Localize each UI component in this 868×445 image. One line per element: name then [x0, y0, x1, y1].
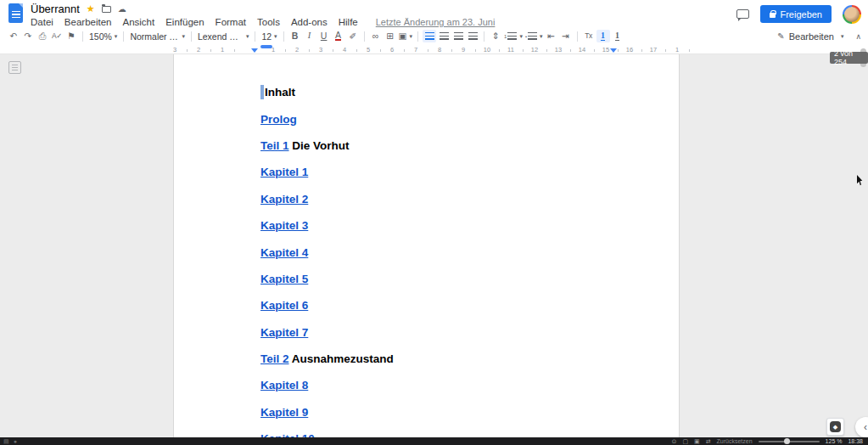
spelling-check-icon[interactable]: A✓ — [50, 30, 64, 42]
show-outline-icon[interactable] — [8, 61, 21, 74]
toc-link[interactable]: Kapitel 5 — [260, 273, 308, 285]
ruler-number: 2 — [295, 46, 299, 54]
zoom-slider-knob[interactable] — [784, 438, 790, 444]
menu-datei[interactable]: Datei — [31, 17, 53, 27]
toc-link[interactable]: Teil 1 — [260, 139, 289, 152]
document-line[interactable]: Kapitel 7 — [260, 319, 634, 346]
star-icon[interactable]: ★ — [87, 3, 95, 14]
document-line[interactable]: Kapitel 8 — [260, 372, 634, 398]
bold-icon[interactable]: B — [288, 30, 302, 42]
align-center-icon[interactable] — [437, 30, 451, 42]
menu-add-ons[interactable]: Add-ons — [291, 17, 328, 27]
toc-link[interactable]: Kapitel 6 — [260, 299, 308, 312]
document-line[interactable]: Kapitel 5 — [260, 266, 634, 292]
insert-link-icon[interactable]: ∞ — [369, 30, 383, 42]
page-content: InhaltPrologTeil 1 Die VorhutKapitel 1Ka… — [260, 79, 634, 445]
numbered-list-icon[interactable]: 1▾ — [503, 30, 524, 42]
toc-link[interactable]: Kapitel 9 — [260, 406, 308, 419]
zoom-select[interactable]: 150%▾ — [87, 30, 119, 42]
ruler-tick — [451, 49, 452, 52]
font-size-select[interactable]: 12▾ — [260, 30, 278, 42]
toc-link[interactable]: Kapitel 3 — [260, 219, 308, 232]
document-line[interactable]: Kapitel 1 — [260, 159, 634, 185]
italic-icon[interactable]: I — [303, 30, 316, 42]
styles-select[interactable]: Normaler T...▾ — [128, 30, 187, 42]
toc-link[interactable]: Kapitel 4 — [260, 246, 308, 259]
ruler-number: 6 — [390, 46, 394, 54]
addon-page-number-plain-icon[interactable]: 1 — [611, 30, 624, 42]
align-justify-icon[interactable] — [466, 30, 479, 42]
zoom-slider[interactable] — [759, 441, 820, 442]
explore-button[interactable]: ◆ — [826, 418, 844, 436]
clear-formatting-icon[interactable]: Tx — [582, 30, 596, 42]
decrease-indent-icon[interactable]: ⇤ — [545, 30, 558, 42]
document-line[interactable]: Kapitel 2 — [260, 186, 634, 212]
document-line[interactable]: Teil 1 Die Vorhut — [260, 132, 634, 159]
menu-format[interactable]: Format — [216, 17, 246, 27]
document-line[interactable]: Kapitel 6 — [260, 292, 634, 318]
ruler-number: 5 — [367, 46, 370, 54]
highlight-color-icon[interactable]: ✐ — [346, 30, 360, 42]
menu-ansicht[interactable]: Ansicht — [122, 17, 154, 27]
toc-link[interactable]: Teil 2 — [260, 352, 289, 365]
align-left-icon[interactable] — [423, 30, 436, 42]
underline-icon[interactable]: U — [317, 30, 331, 42]
print-icon[interactable]: ⎙ — [36, 30, 49, 42]
dock-control-icon[interactable]: ⇄ — [706, 438, 711, 444]
document-line[interactable]: Inhalt — [260, 79, 634, 105]
toc-link[interactable]: Prolog — [260, 113, 297, 126]
open-comments-icon[interactable] — [736, 9, 749, 19]
indent-right-marker[interactable] — [610, 48, 617, 53]
move-folder-icon[interactable] — [102, 6, 111, 13]
last-edit-link[interactable]: Letzte Änderung am 23. Juni — [376, 17, 496, 27]
menu-tools[interactable]: Tools — [257, 17, 280, 27]
ruler-tick — [187, 49, 188, 52]
paint-format-icon[interactable]: ⚑ — [64, 30, 78, 42]
document-line[interactable]: Kapitel 3 — [260, 212, 634, 239]
toc-link[interactable]: Kapitel 2 — [260, 193, 308, 206]
menu-einf-gen[interactable]: Einfügen — [165, 17, 204, 27]
addon-page-number-blue-icon[interactable]: 1 — [596, 30, 610, 42]
dock-tool-icon[interactable]: ● — [14, 438, 17, 444]
ruler-tick — [404, 49, 405, 52]
dock-control-icon[interactable]: ▣ — [694, 438, 700, 444]
menu-bearbeiten[interactable]: Bearbeiten — [64, 17, 112, 27]
bulleted-list-icon[interactable]: •▾ — [524, 30, 544, 42]
ruler-number: 16 — [626, 46, 633, 54]
user-avatar[interactable] — [843, 5, 861, 24]
document-line[interactable]: Kapitel 9 — [260, 399, 634, 425]
dock-control-icon[interactable]: ⊙ — [672, 438, 677, 444]
ruler-number: 8 — [438, 46, 441, 54]
text-color-icon[interactable]: A — [332, 30, 345, 42]
chevron-down-icon: ▾ — [410, 33, 413, 40]
line-spacing-icon[interactable]: ⇕ — [489, 30, 502, 42]
docs-logo-icon[interactable] — [8, 3, 23, 23]
menu-hilfe[interactable]: Hilfe — [339, 17, 358, 27]
document-line[interactable]: Kapitel 4 — [260, 239, 634, 265]
add-comment-icon[interactable]: ⊞ — [384, 30, 397, 42]
toc-link[interactable]: Kapitel 8 — [260, 379, 308, 391]
collapse-toolbar-icon[interactable]: ∧ — [855, 32, 861, 41]
document-page[interactable]: InhaltPrologTeil 1 Die VorhutKapitel 1Ka… — [173, 54, 680, 445]
dock-control-icon[interactable]: ▢ — [682, 438, 688, 444]
redo-icon[interactable]: ↷ — [21, 30, 35, 42]
firstline-indent-marker[interactable] — [260, 45, 272, 48]
ruler-number: 2 — [197, 46, 200, 54]
dock-tool-icon[interactable]: ▤ — [3, 438, 9, 444]
ruler-tick — [665, 49, 666, 52]
reset-button[interactable]: Zurücksetzen — [717, 438, 753, 444]
indent-left-marker[interactable] — [251, 48, 258, 53]
increase-indent-icon[interactable]: ⇥ — [559, 30, 573, 42]
document-line[interactable]: Prolog — [260, 105, 634, 132]
ruler[interactable]: 32112345678910111213141516171 — [0, 44, 868, 54]
document-line[interactable]: Teil 2 Ausnahmezustand — [260, 346, 634, 372]
share-button[interactable]: Freigeben — [760, 5, 832, 23]
align-right-icon[interactable] — [451, 30, 465, 42]
insert-image-icon[interactable]: ▣▾ — [398, 30, 413, 42]
editing-mode-select[interactable]: ✎ Bearbeiten ▾ — [777, 31, 843, 42]
toc-link[interactable]: Kapitel 7 — [260, 326, 308, 339]
toc-link[interactable]: Kapitel 1 — [260, 166, 308, 178]
font-select[interactable]: Lexend Deca▾ — [196, 30, 251, 42]
document-title[interactable]: Überrannt — [31, 3, 80, 15]
undo-icon[interactable]: ↶ — [7, 30, 20, 42]
